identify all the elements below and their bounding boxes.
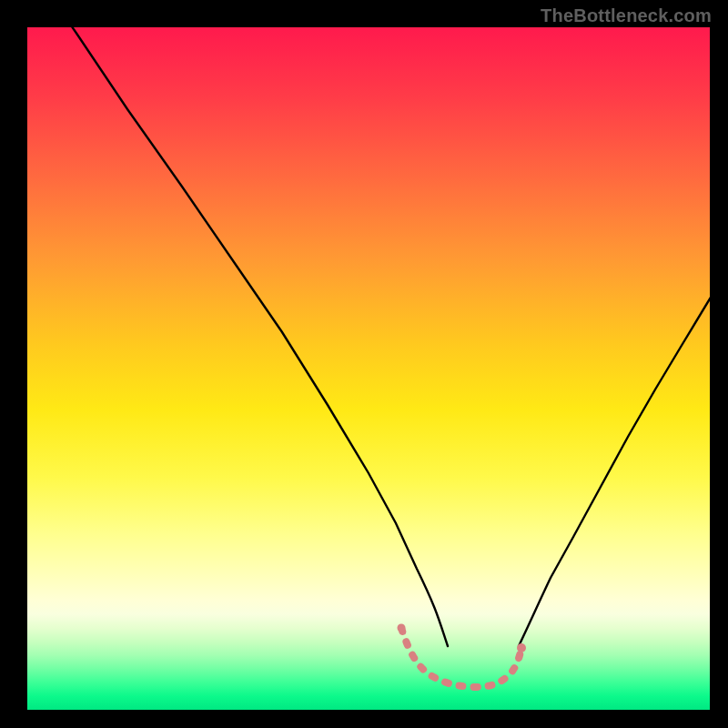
optimal-zone-end-dot-right [517, 643, 526, 652]
watermark-text: TheBottleneck.com [541, 5, 712, 26]
optimal-zone-highlight [401, 628, 521, 687]
bottleneck-curve-left [47, 27, 448, 646]
curve-layer [27, 27, 710, 710]
bottleneck-curve-right [519, 296, 710, 646]
optimal-zone-end-dot-left [398, 624, 406, 632]
chart-frame: TheBottleneck.com [0, 0, 728, 728]
plot-area [27, 27, 710, 710]
